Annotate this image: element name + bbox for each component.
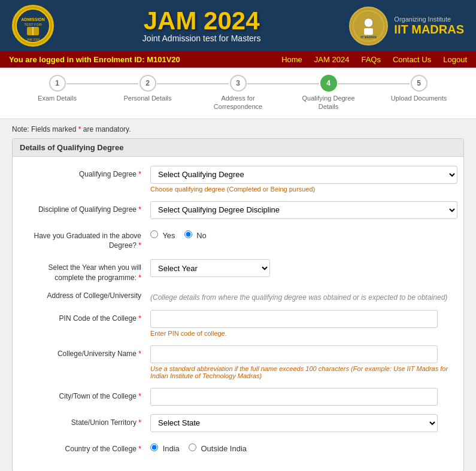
form-body: Qualifying Degree * Select Qualifying De…	[13, 157, 463, 471]
svg-text:TEST FOR: TEST FOR	[24, 23, 42, 26]
college-name-control: Use a standard abbreviation if the full …	[150, 345, 457, 379]
college-name-input[interactable]	[150, 345, 438, 363]
year-control: Select Year	[150, 259, 457, 277]
step-personal-details: 2 Personal Details	[102, 75, 193, 102]
iit-info-text: Organizing Institute IIT MADRAS	[394, 16, 464, 37]
year-row: Select the Year when you will complete t…	[19, 259, 457, 283]
nav-faqs[interactable]: FAQs	[361, 55, 381, 64]
country-india-label[interactable]: India	[150, 443, 180, 453]
state-row: State/Union Territory * Select State	[19, 414, 457, 432]
graduated-no-text: No	[196, 231, 207, 240]
header-right: IIT MADRAS Organizing Institute IIT MADR…	[349, 7, 464, 45]
svg-rect-8	[364, 28, 373, 35]
college-address-hint: (College details from where the qualifyi…	[150, 291, 457, 302]
navbar: You are logged in with Enrolment ID: M10…	[0, 51, 476, 68]
svg-text:IIT MADRAS: IIT MADRAS	[360, 35, 377, 38]
graduated-yes-radio[interactable]	[150, 230, 158, 238]
step-qualifying: 4 Qualifying DegreeDetails	[283, 75, 374, 111]
logged-in-text: You are logged in with Enrolment ID: M10…	[9, 55, 180, 64]
main-content: Note: Fields marked * are mandatory. Det…	[0, 119, 476, 471]
nav-jam2024[interactable]: JAM 2024	[314, 55, 350, 64]
iit-logo: IIT MADRAS	[349, 7, 388, 45]
step-circle-2: 2	[140, 75, 156, 92]
iit-name: IIT MADRAS	[394, 23, 464, 37]
country-radio-group: India Outside India	[150, 440, 457, 453]
state-select[interactable]: Select State	[150, 414, 438, 432]
discipline-select[interactable]: Select Qualifying Degree Discipline	[150, 201, 457, 219]
college-address-label: Address of College/University	[19, 291, 150, 300]
graduated-label: Have you Graduated in the above Degree? …	[19, 227, 150, 251]
qualifying-degree-select[interactable]: Select Qualifying Degree	[150, 166, 457, 184]
qualifying-degree-hint: Choose qualifying degree (Completed or B…	[150, 186, 457, 193]
graduated-yes-text: Yes	[162, 231, 175, 240]
step-label-4: Qualifying DegreeDetails	[302, 94, 354, 111]
state-control: Select State	[150, 414, 457, 432]
college-name-hint: Use a standard abbreviation if the full …	[150, 365, 457, 379]
svg-text:ADMISSION: ADMISSION	[21, 17, 45, 22]
step-circle-3: 3	[230, 75, 247, 92]
qualifying-degree-form: Details of Qualifying Degree Qualifying …	[12, 138, 464, 471]
city-row: City/Town of the College *	[19, 388, 457, 406]
jam-logo: ADMISSION TEST FOR JAM 2024	[12, 5, 54, 47]
country-control: India Outside India	[150, 440, 457, 453]
step-address: 3 Address forCorrespondence	[193, 75, 283, 111]
step-circle-5: 5	[411, 75, 428, 92]
step-circle-4: 4	[320, 75, 337, 92]
college-name-row: College/University Name * Use a standard…	[19, 345, 457, 379]
city-label: City/Town of the College *	[19, 388, 150, 402]
year-select[interactable]: Select Year	[150, 259, 270, 277]
qualifying-degree-label: Qualifying Degree *	[19, 166, 150, 180]
jam-subtitle: Joint Admission test for Masters	[54, 34, 349, 43]
mandatory-note: Note: Fields marked * are mandatory.	[12, 125, 464, 133]
pin-input[interactable]	[150, 310, 438, 328]
pin-control: Enter PIN code of college.	[150, 310, 457, 337]
asterisk: *	[78, 125, 81, 133]
graduated-radio-group: Yes No	[150, 227, 457, 240]
pin-hint: Enter PIN code of college.	[150, 330, 457, 337]
country-outside-radio[interactable]	[189, 443, 196, 451]
graduated-no-label[interactable]: No	[184, 230, 207, 240]
step-label-2: Personal Details	[123, 94, 171, 102]
graduated-row: Have you Graduated in the above Degree? …	[19, 227, 457, 251]
jam-title: JAM 2024	[54, 8, 349, 34]
qualifying-degree-control: Select Qualifying Degree Choose qualifyi…	[150, 166, 457, 193]
college-address-info-row: Address of College/University (College d…	[19, 291, 457, 302]
nav-links: Home JAM 2024 FAQs Contact Us Logout	[281, 55, 467, 64]
svg-text:JAM 2024: JAM 2024	[26, 38, 40, 41]
country-india-radio[interactable]	[150, 443, 158, 451]
nav-contact[interactable]: Contact Us	[393, 55, 431, 64]
step-label-5: Upload Documents	[391, 94, 447, 102]
nav-logout[interactable]: Logout	[443, 55, 467, 64]
graduated-no-radio[interactable]	[184, 230, 192, 238]
college-name-label: College/University Name *	[19, 345, 150, 359]
step-label-1: Exam Details	[38, 94, 77, 102]
header-title-block: JAM 2024 Joint Admission test for Master…	[54, 8, 349, 43]
discipline-row: Discipline of Qualifying Degree * Select…	[19, 201, 457, 219]
organizing-label: Organizing Institute	[394, 16, 464, 23]
steps-container: 1 Exam Details 2 Personal Details 3 Addr…	[12, 75, 464, 111]
steps-bar: 1 Exam Details 2 Personal Details 3 Addr…	[0, 68, 476, 119]
graduated-yes-label[interactable]: Yes	[150, 230, 175, 240]
step-exam-details: 1 Exam Details	[12, 75, 102, 102]
step-label-3: Address forCorrespondence	[214, 94, 262, 111]
pin-row: PIN Code of the College * Enter PIN code…	[19, 310, 457, 337]
year-label: Select the Year when you will complete t…	[19, 259, 150, 283]
qualifying-degree-row: Qualifying Degree * Select Qualifying De…	[19, 166, 457, 193]
discipline-label: Discipline of Qualifying Degree *	[19, 201, 150, 215]
logo-left: ADMISSION TEST FOR JAM 2024	[12, 5, 54, 47]
country-outside-text: Outside India	[201, 444, 247, 453]
discipline-control: Select Qualifying Degree Discipline	[150, 201, 457, 219]
pin-label: PIN Code of the College *	[19, 310, 150, 324]
form-section-header: Details of Qualifying Degree	[13, 139, 463, 157]
nav-home[interactable]: Home	[281, 55, 302, 64]
state-label: State/Union Territory *	[19, 414, 150, 428]
country-outside-label[interactable]: Outside India	[189, 443, 247, 453]
step-circle-1: 1	[49, 75, 66, 92]
svg-point-7	[364, 18, 373, 27]
country-india-text: India	[163, 444, 180, 453]
page-header: ADMISSION TEST FOR JAM 2024 JAM 2024 Joi…	[0, 0, 476, 51]
step-upload: 5 Upload Documents	[374, 75, 464, 102]
city-input[interactable]	[150, 388, 438, 406]
country-row: Country of the College * India Outside I…	[19, 440, 457, 454]
country-label: Country of the College *	[19, 440, 150, 454]
